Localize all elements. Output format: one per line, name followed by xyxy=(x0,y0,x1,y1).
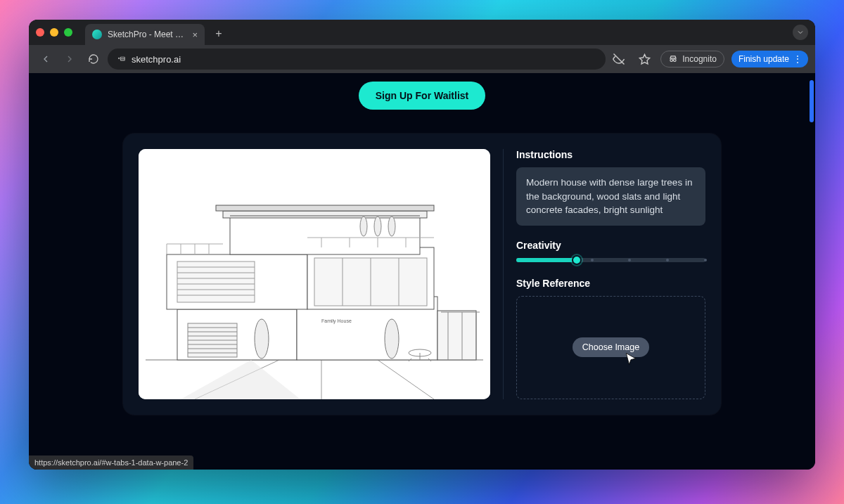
browser-window: SketchPro - Meet your desig… × + xyxy=(29,20,815,470)
svg-point-0 xyxy=(119,58,120,58)
finish-update-button[interactable]: Finish update ⋮ xyxy=(731,51,808,67)
svg-point-5 xyxy=(670,59,673,62)
eye-off-icon[interactable] xyxy=(610,50,628,68)
tab-title: SketchPro - Meet your desig… xyxy=(108,30,186,39)
desktop-wallpaper: SketchPro - Meet your desig… × + xyxy=(0,0,844,504)
finish-update-label: Finish update xyxy=(738,54,789,64)
controls-panel: Instructions Modern house with dense lar… xyxy=(516,149,705,399)
url-text: sketchpro.ai xyxy=(132,54,181,65)
new-tab-button[interactable]: + xyxy=(210,25,227,42)
toolbar-right: Incognito Finish update ⋮ xyxy=(610,50,808,68)
status-url: https://sketchpro.ai/#w-tabs-1-data-w-pa… xyxy=(34,458,188,467)
site-info-icon[interactable] xyxy=(116,53,126,65)
window-controls xyxy=(36,28,72,37)
tab-overflow-button[interactable] xyxy=(793,25,808,40)
creativity-slider[interactable] xyxy=(516,258,705,262)
sketch-caption: Family House xyxy=(321,318,352,324)
page-viewport: Sign Up For Waitlist xyxy=(29,73,815,470)
address-bar[interactable]: sketchpro.ai xyxy=(108,49,606,70)
kebab-icon: ⋮ xyxy=(793,54,801,64)
tab-strip: SketchPro - Meet your desig… × + xyxy=(29,20,815,45)
instructions-textarea[interactable]: Modern house with dense large trees in t… xyxy=(516,167,705,226)
main-card: Family House Instructions Modern house w… xyxy=(123,134,721,415)
browser-tab[interactable]: SketchPro - Meet your desig… × xyxy=(85,24,205,45)
svg-point-54 xyxy=(388,217,395,236)
style-reference-dropzone[interactable]: Choose Image xyxy=(516,296,705,399)
svg-marker-4 xyxy=(639,54,649,63)
browser-toolbar: sketchpro.ai Incognito Finish update ⋮ xyxy=(29,45,815,73)
slider-thumb[interactable] xyxy=(572,255,582,265)
instructions-label: Instructions xyxy=(516,149,705,160)
svg-rect-27 xyxy=(177,261,255,302)
incognito-icon xyxy=(668,54,678,64)
bookmark-star-icon[interactable] xyxy=(635,50,653,68)
minimize-window-button[interactable] xyxy=(50,28,58,37)
svg-rect-39 xyxy=(223,211,427,218)
incognito-indicator: Incognito xyxy=(660,51,724,67)
waitlist-signup-button[interactable]: Sign Up For Waitlist xyxy=(359,82,485,110)
tab-favicon xyxy=(92,30,102,39)
svg-rect-41 xyxy=(216,205,434,211)
svg-point-53 xyxy=(374,217,381,236)
vertical-divider xyxy=(503,149,504,399)
incognito-label: Incognito xyxy=(682,54,717,64)
style-reference-label: Style Reference xyxy=(516,278,705,289)
svg-point-6 xyxy=(674,59,677,62)
svg-point-52 xyxy=(360,217,367,236)
maximize-window-button[interactable] xyxy=(64,28,72,37)
vertical-scrollbar[interactable] xyxy=(810,80,814,122)
forward-button[interactable] xyxy=(60,49,79,69)
svg-rect-14 xyxy=(437,311,476,360)
svg-point-23 xyxy=(255,319,269,358)
sketch-image: Family House xyxy=(139,149,490,399)
creativity-label: Creativity xyxy=(516,240,705,251)
close-window-button[interactable] xyxy=(36,28,44,37)
status-bar: https://sketchpro.ai/#w-tabs-1-data-w-pa… xyxy=(29,455,193,470)
close-tab-icon[interactable]: × xyxy=(192,30,198,40)
back-button[interactable] xyxy=(36,49,56,69)
reload-button[interactable] xyxy=(84,49,103,69)
svg-point-24 xyxy=(385,319,399,358)
cursor-icon xyxy=(624,351,638,366)
house-sketch-svg: Family House xyxy=(139,149,490,399)
